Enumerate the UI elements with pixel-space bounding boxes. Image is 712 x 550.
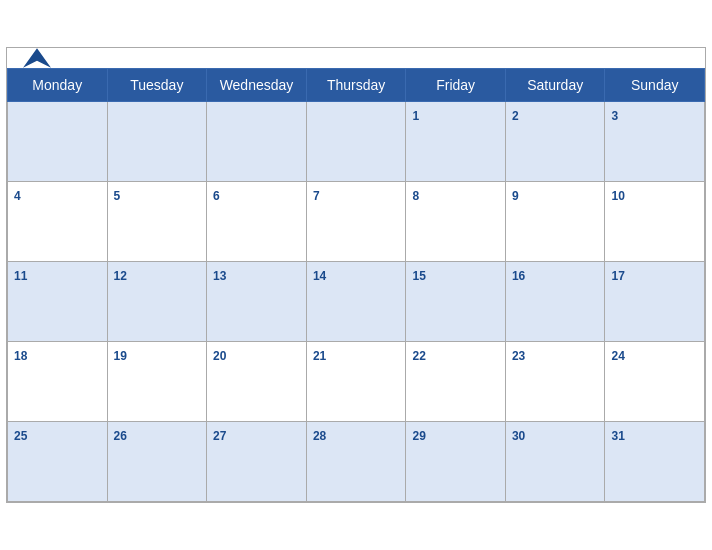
day-number: 21 — [313, 349, 326, 363]
calendar-cell: 5 — [107, 182, 207, 262]
day-number: 4 — [14, 189, 21, 203]
calendar-cell: 21 — [306, 342, 406, 422]
calendar-cell — [107, 102, 207, 182]
calendar-cell: 23 — [505, 342, 605, 422]
calendar-cell: 9 — [505, 182, 605, 262]
day-number: 22 — [412, 349, 425, 363]
week-row-1: 123 — [8, 102, 705, 182]
day-number: 15 — [412, 269, 425, 283]
calendar-cell: 10 — [605, 182, 705, 262]
day-number: 6 — [213, 189, 220, 203]
day-number: 24 — [611, 349, 624, 363]
week-row-4: 18192021222324 — [8, 342, 705, 422]
calendar-cell: 22 — [406, 342, 505, 422]
calendar-cell: 26 — [107, 422, 207, 502]
day-number: 8 — [412, 189, 419, 203]
calendar-cell: 28 — [306, 422, 406, 502]
calendar-cell: 19 — [107, 342, 207, 422]
calendar-cell: 29 — [406, 422, 505, 502]
day-number: 20 — [213, 349, 226, 363]
week-row-3: 11121314151617 — [8, 262, 705, 342]
svg-marker-0 — [23, 48, 51, 68]
weekday-header-row: MondayTuesdayWednesdayThursdayFridaySatu… — [8, 69, 705, 102]
day-number: 31 — [611, 429, 624, 443]
calendar: MondayTuesdayWednesdayThursdayFridaySatu… — [6, 47, 706, 503]
day-number: 11 — [14, 269, 27, 283]
calendar-cell: 25 — [8, 422, 108, 502]
logo — [23, 48, 51, 68]
calendar-cell: 1 — [406, 102, 505, 182]
day-number: 1 — [412, 109, 419, 123]
calendar-header — [7, 48, 705, 68]
calendar-cell: 18 — [8, 342, 108, 422]
calendar-cell: 15 — [406, 262, 505, 342]
calendar-cell: 31 — [605, 422, 705, 502]
week-row-2: 45678910 — [8, 182, 705, 262]
calendar-cell: 16 — [505, 262, 605, 342]
calendar-cell: 17 — [605, 262, 705, 342]
day-number: 2 — [512, 109, 519, 123]
day-number: 16 — [512, 269, 525, 283]
calendar-cell: 8 — [406, 182, 505, 262]
calendar-table: MondayTuesdayWednesdayThursdayFridaySatu… — [7, 68, 705, 502]
day-number: 30 — [512, 429, 525, 443]
calendar-cell: 14 — [306, 262, 406, 342]
day-number: 26 — [114, 429, 127, 443]
weekday-tuesday: Tuesday — [107, 69, 207, 102]
calendar-cell: 3 — [605, 102, 705, 182]
day-number: 17 — [611, 269, 624, 283]
day-number: 23 — [512, 349, 525, 363]
logo-bird-icon — [23, 48, 51, 68]
day-number: 7 — [313, 189, 320, 203]
weekday-sunday: Sunday — [605, 69, 705, 102]
calendar-cell: 20 — [207, 342, 307, 422]
calendar-cell — [207, 102, 307, 182]
weekday-saturday: Saturday — [505, 69, 605, 102]
weekday-monday: Monday — [8, 69, 108, 102]
day-number: 19 — [114, 349, 127, 363]
day-number: 28 — [313, 429, 326, 443]
calendar-cell: 24 — [605, 342, 705, 422]
day-number: 25 — [14, 429, 27, 443]
calendar-cell: 11 — [8, 262, 108, 342]
weekday-thursday: Thursday — [306, 69, 406, 102]
calendar-cell: 13 — [207, 262, 307, 342]
day-number: 3 — [611, 109, 618, 123]
weekday-wednesday: Wednesday — [207, 69, 307, 102]
day-number: 9 — [512, 189, 519, 203]
day-number: 29 — [412, 429, 425, 443]
calendar-cell: 2 — [505, 102, 605, 182]
day-number: 13 — [213, 269, 226, 283]
calendar-cell: 4 — [8, 182, 108, 262]
day-number: 18 — [14, 349, 27, 363]
calendar-cell: 6 — [207, 182, 307, 262]
calendar-cell: 27 — [207, 422, 307, 502]
weekday-friday: Friday — [406, 69, 505, 102]
day-number: 5 — [114, 189, 121, 203]
calendar-cell: 12 — [107, 262, 207, 342]
calendar-cell — [8, 102, 108, 182]
calendar-cell: 7 — [306, 182, 406, 262]
day-number: 14 — [313, 269, 326, 283]
calendar-cell: 30 — [505, 422, 605, 502]
day-number: 27 — [213, 429, 226, 443]
day-number: 10 — [611, 189, 624, 203]
calendar-cell — [306, 102, 406, 182]
week-row-5: 25262728293031 — [8, 422, 705, 502]
day-number: 12 — [114, 269, 127, 283]
